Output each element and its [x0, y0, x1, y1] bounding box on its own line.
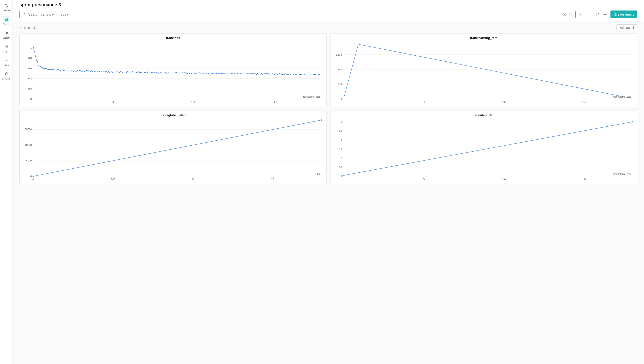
svg-text:0.5: 0.5 [339, 166, 342, 168]
svg-rect-4 [6, 19, 7, 21]
svg-text:1.5: 1.5 [339, 148, 342, 150]
svg-text:10k: 10k [502, 178, 506, 181]
sidebar-item-artifacts[interactable]: Artifacts [0, 70, 13, 81]
sidebar-item-files[interactable]: Files [0, 56, 13, 67]
chip-icon [3, 30, 10, 36]
panel-train-global-step[interactable]: train/global_step 05000100001500005001k1… [20, 110, 327, 184]
search-icon [22, 12, 26, 17]
svg-text:1: 1 [31, 46, 32, 49]
file-icon [3, 57, 10, 64]
sidebar-label: Charts [3, 23, 10, 26]
page-title: spring-resonance-3 [20, 2, 637, 7]
svg-text:0: 0 [341, 175, 342, 178]
svg-text:0: 0 [33, 178, 34, 181]
svg-text:2.5: 2.5 [339, 130, 342, 132]
chart-icon [3, 16, 10, 22]
svg-line-27 [25, 15, 26, 16]
svg-text:15k: 15k [582, 101, 586, 104]
smoothing-icon[interactable] [586, 12, 592, 17]
svg-text:5k: 5k [112, 101, 114, 104]
svg-point-36 [604, 14, 605, 15]
svg-text:15000: 15000 [25, 128, 32, 131]
svg-point-21 [5, 48, 5, 48]
svg-point-90 [33, 176, 34, 177]
svg-text:train/global_step: train/global_step [613, 95, 631, 98]
clear-icon[interactable] [562, 12, 567, 17]
section-header: train 9 Add panel [20, 24, 637, 31]
svg-text:Step: Step [316, 172, 321, 175]
sidebar-label: Overview [2, 10, 11, 12]
svg-text:0.8: 0.8 [28, 57, 32, 60]
sidebar-label: System [3, 36, 10, 39]
svg-text:0.2: 0.2 [28, 88, 32, 90]
panel-train-epoch[interactable]: train/epoch 00.511.522.535k10k15ktrain/g… [330, 110, 637, 184]
svg-text:1: 1 [341, 157, 342, 160]
section-count: 9 [32, 26, 37, 30]
panel-grid: train/loss 00.20.40.60.815k10k15ktrain/g… [20, 33, 637, 184]
svg-rect-5 [7, 18, 8, 21]
svg-text:2: 2 [341, 139, 342, 141]
search-input[interactable] [28, 12, 561, 16]
svg-point-2 [6, 5, 6, 5]
layers-icon [3, 71, 10, 77]
svg-text:1.5e-5: 1.5e-5 [335, 53, 342, 56]
search-box[interactable] [20, 11, 576, 18]
sidebar-label: Artifacts [2, 78, 10, 80]
panel-title: train/epoch [333, 114, 635, 117]
history-icon[interactable] [569, 12, 573, 17]
section-name[interactable]: train [24, 26, 30, 30]
svg-text:1e-5: 1e-5 [337, 68, 342, 71]
svg-text:train/global_step: train/global_step [303, 95, 321, 98]
svg-text:15k: 15k [272, 101, 276, 104]
panel-title: train/loss [22, 36, 324, 40]
svg-point-115 [632, 121, 633, 122]
chart-canvas: 00.20.40.60.815k10k15ktrain/global_step [22, 41, 324, 106]
svg-point-26 [23, 13, 25, 15]
sidebar-item-system[interactable]: System [0, 29, 13, 40]
settings-icon[interactable] [602, 12, 608, 17]
panel-train-loss[interactable]: train/loss 00.20.40.60.815k10k15ktrain/g… [20, 33, 327, 107]
svg-text:5k: 5k [423, 178, 425, 181]
svg-point-114 [343, 175, 344, 176]
svg-text:10k: 10k [191, 101, 195, 104]
svg-text:1.5k: 1.5k [271, 178, 276, 181]
svg-point-91 [321, 120, 322, 120]
svg-point-33 [596, 14, 597, 14]
panel-title: train/learning_rate [333, 36, 635, 40]
sidebar-label: Logs [4, 50, 9, 53]
header: spring-resonance-3 [13, 0, 644, 21]
sidebar-item-charts[interactable]: Charts [0, 16, 13, 26]
svg-text:3: 3 [341, 120, 342, 123]
svg-text:train/global_step: train/global_step [613, 172, 631, 175]
sidebar-item-logs[interactable]: Logs [0, 43, 13, 54]
chart-canvas: 05000100001500005001k1.5kStep [22, 118, 324, 183]
svg-text:5k: 5k [423, 101, 425, 104]
svg-point-19 [5, 46, 5, 46]
svg-text:0: 0 [31, 175, 32, 178]
svg-point-34 [597, 15, 598, 15]
svg-text:1k: 1k [192, 178, 195, 181]
svg-text:0: 0 [341, 98, 342, 100]
chevron-down-icon[interactable] [20, 26, 22, 30]
svg-text:10k: 10k [502, 101, 506, 104]
svg-text:0: 0 [31, 98, 32, 100]
list-icon [3, 44, 10, 50]
svg-text:500: 500 [111, 178, 115, 181]
x-axis-icon[interactable] [578, 12, 584, 17]
chart-canvas: 05e-61e-51.5e-55k10k15ktrain/global_step [333, 41, 635, 106]
panel-title: train/global_step [22, 114, 324, 117]
svg-point-35 [598, 13, 598, 14]
panel-train-learning-rate[interactable]: train/learning_rate 05e-61e-51.5e-55k10k… [330, 33, 637, 107]
sidebar: Overview Charts System Logs Files [0, 0, 13, 364]
svg-rect-3 [5, 20, 6, 21]
sidebar-item-overview[interactable]: Overview [0, 2, 13, 13]
outliers-icon[interactable] [594, 12, 600, 17]
svg-rect-7 [6, 32, 7, 34]
chart-canvas: 00.511.522.535k10k15ktrain/global_step [333, 118, 635, 183]
svg-text:15k: 15k [582, 178, 586, 181]
add-panel-button[interactable]: Add panel [616, 24, 637, 31]
svg-text:10000: 10000 [25, 144, 32, 146]
svg-point-20 [5, 46, 5, 47]
svg-rect-6 [5, 32, 7, 34]
create-report-button[interactable]: Create report [610, 10, 637, 18]
